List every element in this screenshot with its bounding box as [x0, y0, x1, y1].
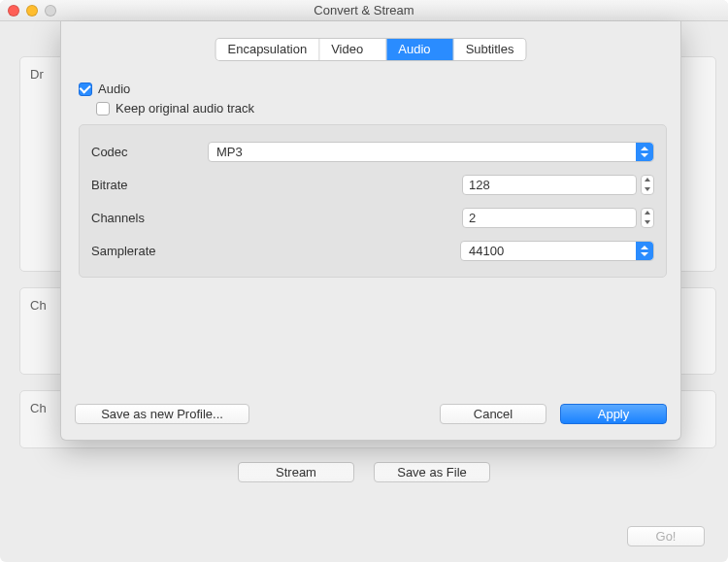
- bitrate-label: Bitrate: [91, 178, 208, 192]
- save-as-file-button[interactable]: Save as File: [374, 462, 490, 482]
- channels-row: Channels 2: [91, 201, 654, 234]
- codec-row: Codec MP3: [91, 135, 654, 168]
- channels-label: Channels: [91, 211, 208, 225]
- sheet-bottom-bar: Save as new Profile... Cancel Apply: [75, 404, 667, 424]
- samplerate-label: Samplerate: [91, 244, 208, 258]
- audio-enable-row: Audio: [79, 82, 130, 96]
- tab-audio-codec[interactable]: Audio codec: [386, 39, 453, 60]
- samplerate-row: Samplerate 44100: [91, 234, 654, 267]
- background-label-1: Dr: [30, 67, 44, 82]
- tab-bar: Encapsulation Video codec Audio codec Su…: [216, 39, 526, 60]
- background-label-2: Ch: [30, 298, 47, 313]
- codec-label: Codec: [91, 145, 208, 159]
- bitrate-stepper[interactable]: [641, 175, 654, 195]
- background-bottom-buttons: Stream Save as File: [0, 462, 728, 482]
- codec-value: MP3: [209, 145, 636, 159]
- tab-subtitles[interactable]: Subtitles: [454, 39, 526, 60]
- audio-form-area: Codec MP3 Bitrate 128 Channels 2: [79, 124, 667, 278]
- samplerate-value: 44100: [461, 244, 636, 258]
- stream-button[interactable]: Stream: [238, 462, 354, 482]
- tab-video-codec[interactable]: Video codec: [319, 39, 386, 60]
- codec-select[interactable]: MP3: [208, 142, 654, 162]
- minimize-window-button[interactable]: [26, 5, 38, 17]
- tab-encapsulation[interactable]: Encapsulation: [216, 39, 320, 60]
- go-button[interactable]: Go!: [627, 526, 705, 546]
- apply-button[interactable]: Apply: [560, 404, 667, 424]
- keep-original-checkbox[interactable]: [96, 102, 110, 116]
- bitrate-control: 128: [462, 175, 654, 195]
- profile-editor-sheet: Encapsulation Video codec Audio codec Su…: [60, 21, 681, 441]
- bitrate-input[interactable]: 128: [462, 175, 637, 195]
- keep-original-label: Keep original audio track: [116, 101, 254, 116]
- titlebar: Convert & Stream: [0, 0, 728, 21]
- close-window-button[interactable]: [8, 5, 19, 17]
- window-title: Convert & Stream: [314, 3, 414, 17]
- channels-stepper[interactable]: [641, 208, 654, 228]
- select-arrows-icon: [636, 143, 653, 161]
- select-arrows-icon: [636, 242, 653, 260]
- channels-input[interactable]: 2: [462, 208, 637, 228]
- background-label-3: Ch: [30, 401, 47, 415]
- bitrate-row: Bitrate 128: [91, 168, 654, 201]
- zoom-window-button[interactable]: [45, 5, 56, 17]
- audio-enable-label: Audio: [98, 82, 130, 96]
- samplerate-select[interactable]: 44100: [460, 241, 654, 261]
- keep-original-row: Keep original audio track: [96, 101, 254, 116]
- channels-control: 2: [462, 208, 654, 228]
- go-button-wrap: Go!: [627, 526, 705, 546]
- audio-enable-checkbox[interactable]: [79, 83, 92, 96]
- save-as-new-profile-button[interactable]: Save as new Profile...: [75, 404, 249, 424]
- traffic-lights: [8, 5, 56, 17]
- cancel-button[interactable]: Cancel: [440, 404, 546, 424]
